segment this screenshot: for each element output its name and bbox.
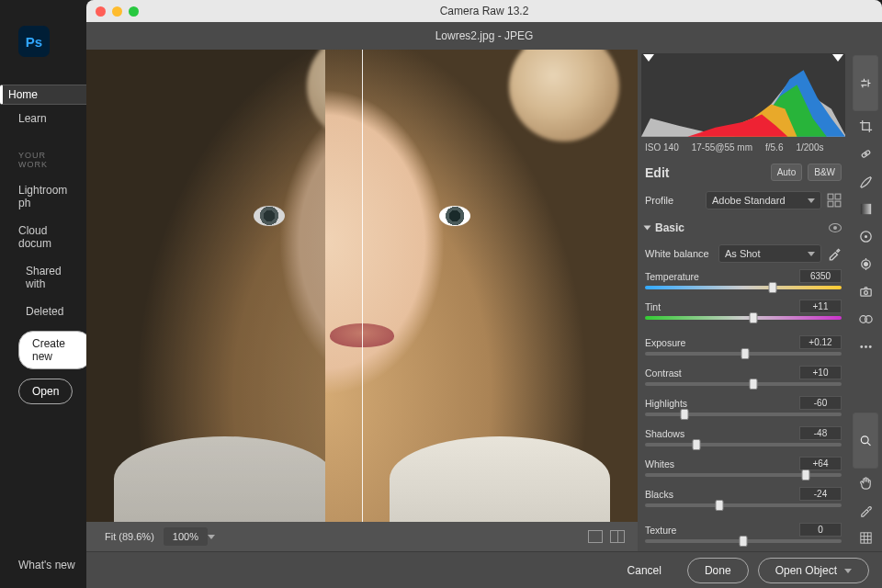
home-nav-shared[interactable]: Shared with xyxy=(0,257,92,298)
home-nav-lightroom[interactable]: Lightroom ph xyxy=(0,176,92,217)
crop-tool-icon[interactable] xyxy=(853,113,878,139)
titlebar: Camera Raw 13.2 xyxy=(86,0,882,22)
exif-row: ISO 140 17-55@55 mm f/5.6 1/200s xyxy=(638,139,849,158)
done-button[interactable]: Done xyxy=(687,558,749,583)
photoshop-logo: Ps xyxy=(18,26,50,57)
open-object-button[interactable]: Open Object xyxy=(758,558,869,583)
footer: Cancel Done Open Object xyxy=(86,551,882,588)
cancel-button[interactable]: Cancel xyxy=(611,559,678,582)
presets-icon[interactable] xyxy=(853,306,878,332)
edit-panel: ISO 140 17-55@55 mm f/5.6 1/200s Edit Au… xyxy=(638,50,849,551)
tool-strip xyxy=(849,50,882,551)
whites-value[interactable]: +64 xyxy=(799,457,842,470)
temperature-value[interactable]: 6350 xyxy=(799,269,842,283)
exposure-value[interactable]: +0.12 xyxy=(799,335,842,349)
profile-select[interactable]: Adobe Standard xyxy=(706,191,821,209)
radial-gradient-tool-icon[interactable] xyxy=(853,223,878,249)
shadows-value[interactable]: -48 xyxy=(799,426,842,440)
split-view-icon[interactable] xyxy=(610,530,625,543)
texture-knob[interactable] xyxy=(740,536,748,547)
contrast-value[interactable]: +10 xyxy=(799,366,842,379)
exif-iso: ISO 140 xyxy=(645,142,679,153)
svg-point-18 xyxy=(861,436,868,444)
local-brush-tool-icon[interactable] xyxy=(853,168,878,194)
zoom-tool-icon[interactable] xyxy=(853,413,878,469)
temperature-slider[interactable]: Temperature6350 xyxy=(638,267,849,298)
blacks-slider[interactable]: Blacks-24 xyxy=(638,485,849,515)
highlights-knob[interactable] xyxy=(680,409,688,420)
zoom-100-button[interactable]: 100% xyxy=(164,527,208,546)
shadows-slider[interactable]: Shadows-48 xyxy=(638,424,849,455)
highlights-value[interactable]: -60 xyxy=(799,396,842,410)
tint-value[interactable]: +11 xyxy=(799,300,842,313)
exposure-slider[interactable]: Exposure+0.12 xyxy=(638,334,849,364)
auto-button[interactable]: Auto xyxy=(771,164,803,181)
exif-shutter: 1/200s xyxy=(796,142,823,153)
profile-browser-icon[interactable] xyxy=(827,193,842,208)
basic-disclosure-icon[interactable] xyxy=(644,226,651,231)
exposure-knob[interactable] xyxy=(741,348,750,359)
home-nav-cloud[interactable]: Cloud docum xyxy=(0,217,92,257)
white-balance-eyedropper-icon[interactable] xyxy=(827,246,842,261)
tint-knob[interactable] xyxy=(749,312,757,323)
whats-new-link[interactable]: What's new xyxy=(18,559,75,571)
camera-raw-window: Camera Raw 13.2 Lowres2.jpg - JPEG Fit (… xyxy=(86,0,882,588)
contrast-knob[interactable] xyxy=(749,379,757,390)
healing-tool-icon[interactable] xyxy=(853,141,878,166)
home-nav-learn[interactable]: Learn xyxy=(0,105,92,132)
whites-slider[interactable]: Whites+64 xyxy=(638,455,849,485)
create-new-button[interactable]: Create new xyxy=(18,331,92,369)
close-window-icon[interactable] xyxy=(96,6,106,17)
redeye-tool-icon[interactable] xyxy=(853,251,878,277)
snapshot-tool-icon[interactable] xyxy=(853,278,878,304)
home-nav-deleted[interactable]: Deleted xyxy=(0,298,92,325)
svg-point-10 xyxy=(864,262,867,266)
file-header: Lowres2.jpg - JPEG xyxy=(86,22,882,50)
whites-knob[interactable] xyxy=(802,469,810,481)
zoom-fit-button[interactable]: Fit (89.6%) xyxy=(96,527,164,546)
blacks-knob[interactable] xyxy=(716,500,724,511)
photoshop-home-sidebar: Ps Home Learn YOUR WORK Lightroom ph Clo… xyxy=(0,0,92,588)
linear-gradient-tool-icon[interactable] xyxy=(853,196,878,221)
maximize-window-icon[interactable] xyxy=(129,6,139,17)
tint-slider[interactable]: Tint+11 xyxy=(638,298,849,328)
svg-point-17 xyxy=(868,345,871,348)
edit-title: Edit xyxy=(645,165,765,180)
more-icon[interactable] xyxy=(853,334,878,359)
svg-point-14 xyxy=(865,316,872,323)
exif-fstop: f/5.6 xyxy=(765,142,783,153)
edit-tool-icon[interactable] xyxy=(853,55,878,111)
file-name: Lowres2.jpg xyxy=(435,29,495,42)
profile-label: Profile xyxy=(645,195,700,206)
temperature-knob[interactable] xyxy=(769,282,777,293)
basic-section-title[interactable]: Basic xyxy=(655,221,823,234)
preview-image[interactable] xyxy=(86,50,638,522)
svg-point-12 xyxy=(864,290,867,294)
zoom-menu-caret-icon[interactable] xyxy=(208,535,215,539)
svg-rect-6 xyxy=(860,204,870,214)
histogram[interactable] xyxy=(641,53,845,135)
home-nav-home[interactable]: Home xyxy=(0,85,92,105)
texture-slider[interactable]: Texture0 xyxy=(638,521,849,551)
highlights-slider[interactable]: Highlights-60 xyxy=(638,394,849,424)
bw-button[interactable]: B&W xyxy=(808,164,842,181)
blacks-value[interactable]: -24 xyxy=(799,487,842,501)
svg-rect-2 xyxy=(835,194,841,199)
hand-tool-icon[interactable] xyxy=(853,470,878,496)
shadows-knob[interactable] xyxy=(692,439,700,450)
contrast-slider[interactable]: Contrast+10 xyxy=(638,364,849,394)
grid-icon[interactable] xyxy=(853,526,878,551)
your-work-header: YOUR WORK xyxy=(0,132,92,176)
white-balance-select[interactable]: As Shot xyxy=(718,244,821,263)
single-view-icon[interactable] xyxy=(588,530,603,543)
before-after-divider[interactable] xyxy=(362,50,363,522)
texture-value[interactable]: 0 xyxy=(799,523,842,537)
svg-rect-1 xyxy=(828,194,833,199)
exif-lens: 17-55@55 mm xyxy=(692,142,752,153)
color-sampler-tool-icon[interactable] xyxy=(853,498,878,524)
svg-rect-4 xyxy=(835,201,841,207)
svg-point-16 xyxy=(865,345,867,348)
basic-visibility-icon[interactable] xyxy=(829,223,842,232)
open-button[interactable]: Open xyxy=(18,379,73,404)
minimize-window-icon[interactable] xyxy=(112,6,122,17)
